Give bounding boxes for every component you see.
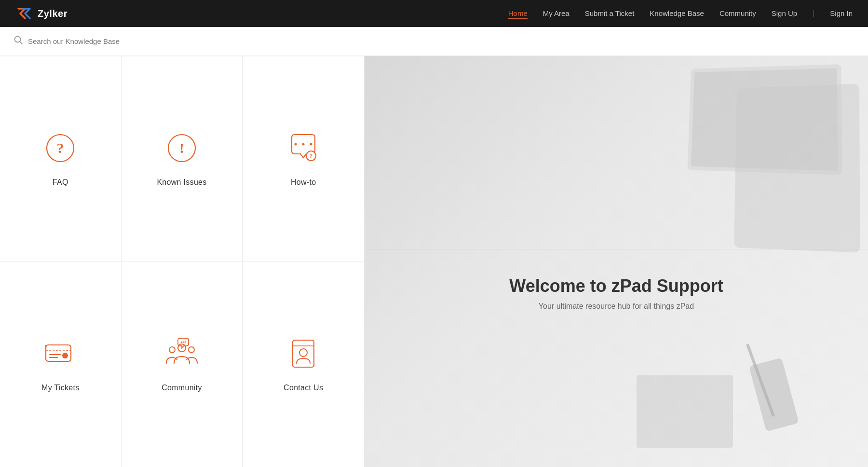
grid-cell-my-tickets[interactable]: My Tickets (0, 261, 122, 467)
hero-content: Welcome to zPad Support Your ultimate re… (365, 276, 868, 311)
search-bar (0, 27, 868, 56)
hero-decorative (365, 56, 868, 467)
svg-point-15 (62, 353, 68, 358)
grid-cell-faq[interactable]: ? FAQ (0, 56, 122, 261)
contact-us-icon (286, 336, 321, 373)
my-tickets-label: My Tickets (41, 384, 80, 392)
nav-links: Home My Area Submit a Ticket Knowledge B… (508, 9, 853, 18)
community-label: Community (162, 384, 202, 392)
grid-cell-known-issues[interactable]: ! Known Issues (122, 56, 243, 261)
device-notebook-decoration (637, 375, 733, 448)
hero-title: Welcome to zPad Support (365, 276, 868, 296)
nav-divider: | (813, 9, 814, 17)
brand-logo-link[interactable]: Zylker (15, 5, 68, 22)
nav-community[interactable]: Community (719, 9, 756, 17)
how-to-icon: ? (286, 131, 321, 167)
nav-sign-up[interactable]: Sign Up (772, 9, 797, 17)
zylker-logo-icon (15, 5, 33, 22)
grid-cell-contact-us[interactable]: Contact Us (243, 261, 364, 467)
grid-cell-how-to[interactable]: ? How-to (243, 56, 364, 261)
community-icon (164, 336, 199, 373)
my-tickets-icon (43, 336, 78, 373)
known-issues-label: Known Issues (157, 178, 206, 187)
nav-home[interactable]: Home (508, 9, 528, 19)
svg-point-6 (295, 143, 297, 145)
faq-icon: ? (43, 131, 78, 167)
contact-us-label: Contact Us (284, 384, 323, 392)
svg-rect-22 (293, 340, 314, 367)
svg-point-8 (310, 143, 312, 145)
svg-text:?: ? (310, 152, 313, 160)
hero-horizontal-line (365, 249, 868, 249)
how-to-label: How-to (291, 178, 316, 187)
svg-point-20 (182, 342, 184, 343)
nav-knowledge-base[interactable]: Knowledge Base (650, 9, 704, 17)
svg-point-17 (169, 347, 175, 353)
svg-point-18 (189, 347, 194, 353)
main-layout: ? FAQ ! Known Issues (0, 56, 868, 467)
grid-cell-community[interactable]: Community (122, 261, 243, 467)
faq-label: FAQ (53, 178, 68, 187)
svg-point-7 (302, 143, 305, 145)
grid-panel: ? FAQ ! Known Issues (0, 56, 365, 467)
hero-subtitle: Your ultimate resource hub for all thing… (365, 302, 868, 311)
svg-point-24 (299, 349, 307, 357)
search-input[interactable] (28, 37, 221, 45)
svg-rect-11 (46, 345, 71, 361)
svg-text:?: ? (57, 140, 64, 156)
known-issues-icon: ! (164, 131, 199, 167)
nav-my-area[interactable]: My Area (543, 9, 570, 17)
svg-line-1 (20, 41, 22, 44)
brand-name: Zylker (38, 8, 68, 19)
nav-submit-ticket[interactable]: Submit a Ticket (585, 9, 635, 17)
device-tablet-decoration (734, 84, 860, 253)
navbar: Zylker Home My Area Submit a Ticket Know… (0, 0, 868, 27)
svg-point-19 (180, 342, 182, 343)
search-icon (14, 35, 23, 47)
svg-point-21 (184, 342, 186, 343)
svg-text:!: ! (179, 140, 184, 156)
hero-panel: Welcome to zPad Support Your ultimate re… (365, 56, 868, 467)
nav-sign-in[interactable]: Sign In (830, 9, 853, 17)
